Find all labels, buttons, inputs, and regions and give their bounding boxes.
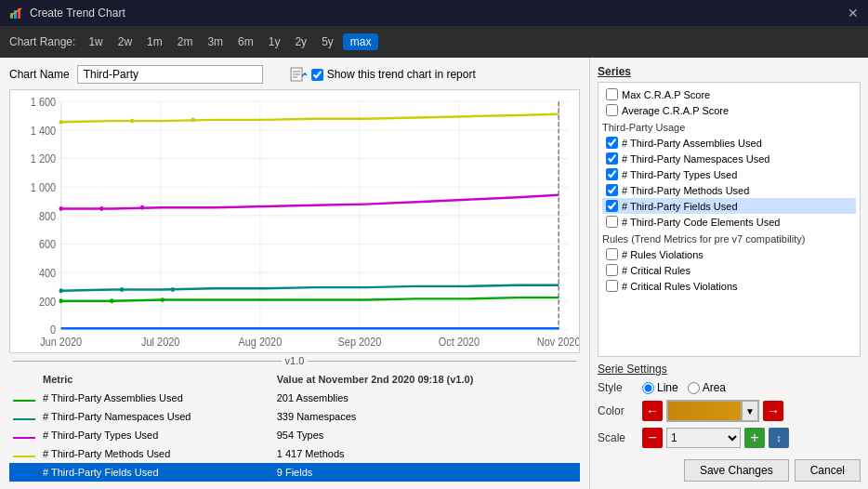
style-area-label: Area (703, 381, 726, 394)
right-panel: Series Max C.R.A.P Score Average C.R.A.P… (589, 58, 868, 489)
series-item[interactable]: Average C.R.A.P Score (602, 102, 856, 118)
range-btn-5y[interactable]: 5y (316, 33, 339, 50)
range-btn-1m[interactable]: 1m (141, 33, 168, 50)
series-item[interactable]: Max C.R.A.P Score (602, 86, 856, 102)
legend-row[interactable]: # Third-Party Methods Used 1 417 Methods (9, 444, 580, 463)
legend-row[interactable]: # Third-Party Fields Used 9 Fields (9, 463, 580, 482)
scale-controls: − 1 2 3 + ↕ (642, 428, 789, 448)
range-btn-2w[interactable]: 2w (112, 33, 138, 50)
close-button[interactable]: ✕ (848, 6, 859, 20)
style-label: Style (598, 381, 635, 394)
chart-range-bar: Chart Range: 1w 2w 1m 2m 3m 6m 1y 2y 5y … (0, 26, 868, 58)
svg-point-45 (161, 297, 164, 302)
legend-metric-value: 201 Assemblies (273, 389, 580, 407)
svg-point-38 (130, 119, 134, 124)
scale-plus-btn[interactable]: + (744, 428, 765, 448)
range-btn-1w[interactable]: 1w (83, 33, 108, 50)
legend-table: Metric Value at November 2nd 2020 09:18 … (9, 370, 580, 482)
scale-minus-btn[interactable]: − (642, 428, 663, 448)
series-checkbox[interactable] (606, 248, 618, 260)
series-checkbox[interactable] (606, 168, 618, 180)
series-item-label: # Critical Rules Violations (622, 281, 738, 292)
chart-svg: 1 600 1 400 1 200 1 000 800 600 400 200 … (10, 90, 579, 352)
series-item[interactable]: # Third-Party Assemblies Used (602, 135, 856, 151)
legend-metric-value: 9 Fields (273, 463, 580, 482)
style-area-radio[interactable] (688, 382, 700, 394)
series-checkbox[interactable] (606, 152, 618, 165)
series-checkbox[interactable] (606, 200, 618, 212)
color-controls: ← ▼ → (642, 400, 783, 422)
color-row: Color ← ▼ → (598, 400, 861, 422)
scale-select[interactable]: 1 2 3 (666, 428, 741, 448)
series-checkbox[interactable] (606, 88, 618, 100)
svg-point-47 (120, 287, 124, 292)
legend-row[interactable]: # Third-Party Namespaces Used 339 Namesp… (9, 407, 580, 426)
legend-metric-value: 954 Types (273, 426, 580, 444)
series-checkbox[interactable] (606, 264, 618, 276)
svg-text:1 000: 1 000 (31, 181, 56, 194)
color-left-btn[interactable]: ← (642, 401, 663, 421)
style-line-label: Line (657, 381, 678, 394)
left-panel: Chart Name Show this trend chart in repo… (0, 58, 589, 489)
svg-text:600: 600 (39, 238, 56, 251)
series-checkbox[interactable] (606, 280, 618, 292)
svg-point-41 (99, 206, 103, 211)
svg-point-39 (191, 117, 195, 122)
color-dropdown-btn[interactable]: ▼ (742, 401, 758, 421)
series-item-label: Average C.R.A.P Score (622, 105, 729, 116)
svg-point-40 (59, 206, 62, 211)
range-btn-3m[interactable]: 3m (202, 33, 229, 50)
legend-metric-name: # Third-Party Types Used (39, 426, 273, 444)
series-item[interactable]: # Third-Party Namespaces Used (602, 151, 856, 166)
series-item[interactable]: # Third-Party Code Elements Used (602, 214, 856, 230)
range-btn-2y[interactable]: 2y (289, 33, 312, 50)
range-btn-max[interactable]: max (343, 33, 379, 50)
series-item[interactable]: # Critical Rules (602, 262, 856, 278)
legend-metric-name: # Third-Party Assemblies Used (39, 389, 273, 407)
title-bar: Create Trend Chart ✕ (0, 0, 868, 26)
series-checkbox[interactable] (606, 137, 618, 149)
legend-value-header: Value at November 2nd 2020 09:18 (v1.0) (273, 370, 580, 389)
show-report-checkbox-label[interactable]: Show this trend chart in report (311, 68, 476, 81)
cancel-button[interactable]: Cancel (795, 459, 861, 482)
legend-metric-name: # Third-Party Namespaces Used (39, 407, 273, 426)
range-btn-6m[interactable]: 6m (232, 33, 259, 50)
series-checkbox[interactable] (606, 104, 618, 116)
svg-text:Jun 2020: Jun 2020 (40, 335, 82, 348)
scale-row: Scale − 1 2 3 + ↕ (598, 428, 861, 448)
color-label: Color (598, 404, 635, 417)
color-picker[interactable] (667, 401, 742, 421)
legend-metric-header: Metric (39, 370, 273, 389)
chart-name-input[interactable] (77, 65, 263, 84)
series-item-label: Max C.R.A.P Score (622, 89, 710, 100)
series-scroll[interactable]: Max C.R.A.P Score Average C.R.A.P Score … (598, 82, 861, 357)
save-button[interactable]: Save Changes (684, 459, 789, 482)
style-line-option[interactable]: Line (642, 381, 678, 394)
series-item-label: # Critical Rules (622, 265, 690, 276)
show-report-checkbox[interactable] (311, 69, 323, 81)
series-item[interactable]: # Rules Violations (602, 246, 856, 262)
series-group-label: Rules (Trend Metrics for pre v7 compatib… (602, 233, 856, 244)
series-checkbox[interactable] (606, 184, 618, 196)
bottom-buttons: Save Changes Cancel (598, 459, 861, 482)
color-right-btn[interactable]: → (763, 401, 783, 421)
svg-text:1 600: 1 600 (31, 96, 56, 109)
legend-metric-value: 339 Namespaces (273, 407, 580, 426)
style-line-radio[interactable] (642, 382, 654, 394)
svg-point-43 (59, 298, 62, 303)
series-checkbox[interactable] (606, 216, 618, 228)
svg-point-44 (110, 298, 113, 303)
scale-icon-btn[interactable]: ↕ (769, 428, 789, 448)
svg-point-48 (171, 287, 175, 292)
range-btn-2m[interactable]: 2m (172, 33, 199, 50)
svg-text:Nov 2020: Nov 2020 (537, 335, 579, 348)
series-item[interactable]: # Third-Party Types Used (602, 166, 856, 182)
legend-row[interactable]: # Third-Party Types Used 954 Types (9, 426, 580, 444)
style-area-option[interactable]: Area (688, 381, 726, 394)
series-item[interactable]: # Critical Rules Violations (602, 278, 856, 294)
range-btn-1y[interactable]: 1y (263, 33, 286, 50)
series-item[interactable]: # Third-Party Methods Used (602, 182, 856, 198)
legend-row[interactable]: # Third-Party Assemblies Used 201 Assemb… (9, 389, 580, 407)
series-item[interactable]: # Third-Party Fields Used (602, 198, 856, 214)
app-icon (9, 6, 24, 20)
